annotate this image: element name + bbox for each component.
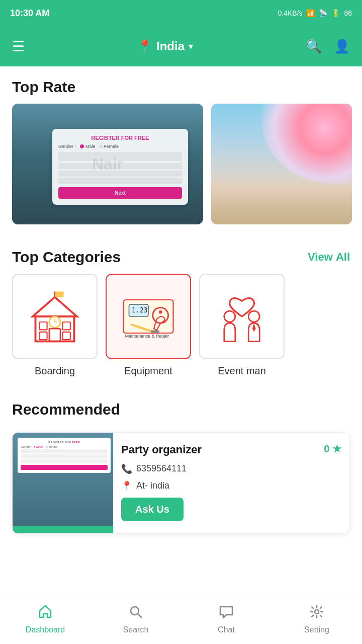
svg-rect-8 [62,322,70,330]
chat-icon [218,604,234,623]
top-categories-header: Top Categories View All [0,236,362,274]
nav-dashboard[interactable]: Dashboard [0,599,90,639]
profile-icon[interactable]: 👤 [334,39,350,54]
nav-setting[interactable]: Setting [272,599,362,639]
chevron-down-icon[interactable]: ▾ [189,41,193,52]
svg-rect-3 [55,292,64,297]
top-rate-carousel: REGISTER FOR FREE Gender : Male ○Female … [0,104,362,236]
header-left: ☰ [12,38,25,55]
header: ☰ 📍 India ▾ 🔍 👤 [0,26,362,66]
setting-icon [309,604,325,623]
gender-row: Gender : Male ○Female [58,144,182,149]
chat-label: Chat [218,625,235,634]
svg-line-23 [138,614,141,617]
card-location-row: 📍 At- india [121,480,341,492]
dashboard-icon [37,604,53,623]
category-boarding[interactable]: Boarding [12,274,98,377]
svg-rect-11 [49,329,60,341]
location-label[interactable]: India [156,39,185,53]
equipment-icon: 1.23 Maintenance & Repair [121,289,176,344]
network-speed: 0.4KB/s [278,9,302,17]
ask-us-button[interactable]: Ask Us [121,498,184,521]
equipment-label: Equipment [124,365,172,377]
card-image-form: REGISTER FOR FREE Gender: ● Male ○ Femal… [18,438,111,473]
signal-icon: 📶 [306,9,315,17]
top-rate-card-2[interactable] [211,104,352,224]
equipment-icon-box[interactable]: 1.23 Maintenance & Repair [106,274,191,359]
recommended-card-party-organizer[interactable]: REGISTER FOR FREE Gender: ● Male ○ Femal… [12,432,350,534]
location-pin-icon: 📍 [137,39,152,53]
register-form-mock: REGISTER FOR FREE Gender : Male ○Female … [52,129,188,205]
search-label: Search [123,625,149,634]
recommended-section: Recommended REGISTER FOR FREE Gender: ● … [0,389,362,552]
main-content: Top Rate REGISTER FOR FREE Gender : Male… [0,66,362,602]
card-location: At- india [136,480,169,491]
header-right: 🔍 👤 [306,39,350,54]
categories-container: Boarding 1.23 [0,274,362,389]
nav-chat[interactable]: Chat [181,599,272,639]
card-phone: 6359564111 [136,463,187,474]
form-title: REGISTER FOR FREE [58,135,182,141]
nav-search[interactable]: Search [90,599,181,639]
boarding-label: Boarding [35,365,75,377]
email-field-mock [58,152,182,161]
svg-rect-7 [39,322,47,330]
svg-point-16 [159,310,162,314]
event-man-icon-box[interactable] [199,274,285,359]
event-man-label: Event man [218,365,266,377]
status-time: 10:30 AM [10,8,49,19]
dashboard-label: Dashboard [26,625,65,634]
top-categories-title: Top Categories [12,249,121,266]
location-icon: 📍 [121,480,132,492]
status-icons: 0.4KB/s 📶 📡 🔋 86 [278,9,352,17]
svg-point-20 [224,311,235,322]
svg-point-24 [315,610,319,614]
card-content: Party organizer 0 ★ 📞 6359564111 📍 At- i… [113,433,349,533]
top-rate-title: Top Rate [0,66,362,104]
header-center: 📍 India ▾ [137,39,193,53]
status-bar: 10:30 AM 0.4KB/s 📶 📡 🔋 86 [0,0,362,26]
phone-icon: 📞 [121,463,132,474]
card-rating: 0 ★ [324,443,341,455]
battery-level: 86 [344,9,352,17]
bottom-nav: Dashboard Search Chat Setting [0,594,362,644]
svg-point-21 [248,311,259,322]
event-man-icon [214,289,269,344]
email-input-mock [58,163,182,169]
card-image: REGISTER FOR FREE Gender: ● Male ○ Femal… [13,433,113,533]
password-input-mock [58,178,182,184]
category-event-man[interactable]: Event man [199,274,285,377]
category-equipment[interactable]: 1.23 Maintenance & Repair Equipment [106,274,191,377]
mobile-input-mock [58,171,182,177]
view-all-button[interactable]: View All [308,251,350,264]
boarding-icon [27,289,82,344]
setting-label: Setting [304,625,329,634]
svg-rect-10 [62,332,70,340]
card-title: Party organizer [121,443,202,457]
search-nav-icon [128,604,144,623]
menu-icon[interactable]: ☰ [12,38,25,55]
card-header-row: Party organizer 0 ★ [121,443,341,457]
battery-icon: 🔋 [331,9,340,17]
svg-marker-1 [33,297,77,317]
card-phone-row: 📞 6359564111 [121,463,341,474]
boarding-icon-box[interactable] [12,274,98,359]
svg-rect-9 [39,332,47,340]
svg-rect-18 [151,331,160,334]
search-icon[interactable]: 🔍 [306,39,322,54]
svg-text:Maintenance & Repair: Maintenance & Repair [125,334,169,339]
next-button-mock: Next [58,187,182,199]
top-rate-card-1[interactable]: REGISTER FOR FREE Gender : Male ○Female … [12,104,203,224]
recommended-title: Recommended [0,389,362,426]
wifi-icon: 📡 [319,9,327,17]
svg-text:1.23: 1.23 [132,306,148,314]
